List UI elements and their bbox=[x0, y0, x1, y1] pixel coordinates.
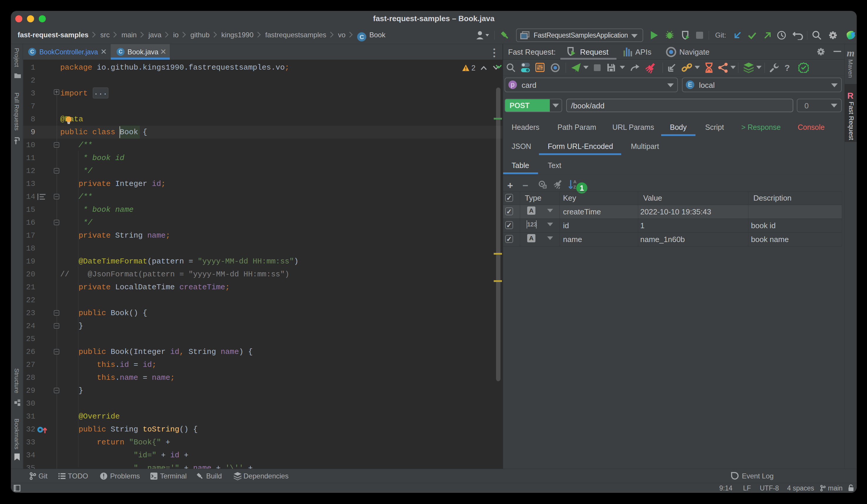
svg-text:Z: Z bbox=[573, 184, 576, 189]
svg-text:A: A bbox=[573, 180, 577, 184]
